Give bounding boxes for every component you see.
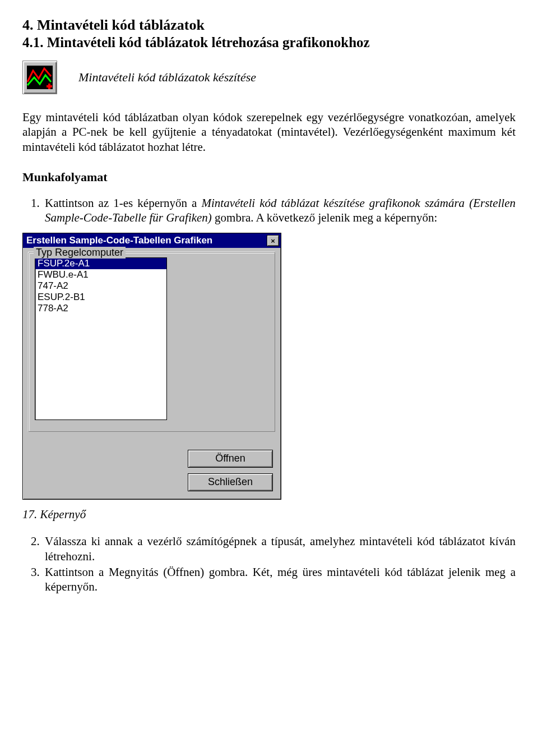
section-heading-4-1: 4.1. Mintavételi kód táblázatok létrehoz… — [22, 35, 516, 50]
dialog-title: Erstellen Sample-Code-Tabellen Grafiken — [26, 235, 212, 246]
chart-icon — [22, 61, 57, 94]
dialog-body: Typ Regelcomputer FSUP.2e-A1 FWBU.e-A1 7… — [23, 248, 281, 499]
icon-title-text: Mintavételi kód táblázatok készítése — [78, 70, 256, 85]
dialog-titlebar: Erstellen Sample-Code-Tabellen Grafiken … — [23, 233, 281, 248]
step-1-text-a: Kattintson az 1-es képernyőn a — [45, 196, 201, 210]
figure-caption: 17. Képernyő — [22, 508, 516, 522]
list-item[interactable]: FSUP.2e-A1 — [35, 258, 166, 269]
type-listbox[interactable]: FSUP.2e-A1 FWBU.e-A1 747-A2 ESUP.2-B1 77… — [35, 257, 167, 420]
icon-title-row: Mintavételi kód táblázatok készítése — [22, 61, 516, 94]
step-3-text-b: Megnyitás (Öffnen) — [109, 565, 204, 579]
step-1-text-c: gombra. A következő jelenik meg a képern… — [212, 211, 437, 224]
list-item[interactable]: FWBU.e-A1 — [35, 269, 166, 280]
list-item[interactable]: ESUP.2-B1 — [35, 292, 166, 303]
workflow-heading: Munkafolyamat — [22, 170, 516, 185]
step-2: Válassza ki annak a vezérlő számítógépne… — [43, 534, 516, 564]
groupbox-label: Typ Regelcomputer — [34, 247, 126, 259]
list-item[interactable]: 747-A2 — [35, 280, 166, 292]
step-3: Kattintson a Megnyitás (Öffnen) gombra. … — [43, 565, 516, 594]
open-button[interactable]: Öffnen — [188, 450, 273, 468]
workflow-step-list-2: Válassza ki annak a vezérlő számítógépne… — [22, 534, 516, 594]
list-item[interactable]: 778-A2 — [35, 303, 166, 314]
close-button[interactable]: Schließen — [188, 473, 273, 491]
step-3-text-a: Kattintson a — [45, 565, 109, 579]
dialog-window: Erstellen Sample-Code-Tabellen Grafiken … — [22, 233, 281, 500]
section-heading-4: 4. Mintavételi kód táblázatok — [22, 17, 516, 34]
workflow-step-list-1: Kattintson az 1-es képernyőn a Mintavéte… — [22, 196, 516, 225]
close-icon[interactable]: × — [267, 235, 279, 246]
intro-paragraph: Egy mintavételi kód táblázatban olyan kó… — [22, 110, 516, 154]
groupbox-typ-regelcomputer: Typ Regelcomputer FSUP.2e-A1 FWBU.e-A1 7… — [29, 252, 275, 432]
step-1: Kattintson az 1-es képernyőn a Mintavéte… — [43, 196, 516, 225]
